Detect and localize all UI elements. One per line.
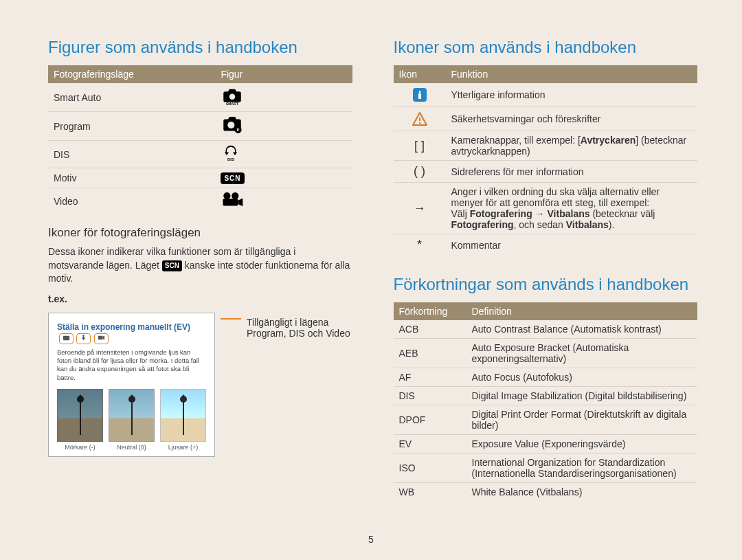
svg-rect-10 [98,335,102,339]
scn-chip-icon: SCN [162,260,182,271]
svg-rect-13 [131,401,133,435]
th-icon: Ikon [394,65,446,83]
abbr-label: AF [394,368,466,387]
icon-function: Ytterligare information [446,83,698,107]
table-row: ( ) Sidreferens för mer information [394,161,698,183]
callout-text: Tillgängligt i lägena Program, DIS och V… [247,313,352,339]
paren-icon: ( ) [394,161,446,183]
svg-rect-11 [80,401,81,435]
thumb-label: Neutral (0) [109,444,155,451]
thumb-label: Ljusare (+) [160,444,206,451]
mode-icons-paragraph: Dessa ikoner indikerar vilka funktioner … [48,245,352,286]
mode-chip-program-icon [59,333,74,344]
svg-rect-9 [63,335,69,339]
th-function: Funktion [446,65,698,83]
svg-point-2 [228,122,235,128]
example-box: Ställa in exponering manuellt (EV) Ber [48,313,215,457]
abbr-label: ISO [394,453,466,483]
th-def: Definition [466,302,698,320]
callout-line [221,318,241,320]
right-column: Ikoner som används i handboken Ikon Funk… [394,38,698,539]
video-icon [215,188,352,214]
table-row: ACBAuto Contrast Balance (Automatisk kon… [394,320,698,339]
abbr-definition: Digital Image Stabilization (Digital bil… [466,387,698,405]
camera-smart-icon: SMART [215,83,352,112]
mode-chip-dis-icon [76,333,91,344]
example-callout: Ställa in exponering manuellt (EV) Ber [48,313,352,457]
abbr-definition: Auto Focus (Autofokus) [466,368,698,387]
abbr-label: ACB [394,320,466,339]
svg-point-0 [229,94,236,100]
icon-function: Sidreferens för mer information [446,161,698,183]
mode-label: Program [48,112,215,141]
table-row: AEBAuto Exposure Bracket (Automatiska ex… [394,339,698,368]
subheading-mode-icons: Ikoner för fotograferingslägen [48,226,352,240]
table-row: Smart Auto SMART [48,83,352,112]
heading-abbreviations: Förkortningar som används i handboken [394,275,698,294]
thumb-neutral: Neutral (0) [109,389,155,451]
mode-label: Video [48,188,215,214]
info-icon [394,83,446,107]
abbr-definition: Digital Print Order Format (Direktutskri… [466,405,698,435]
table-row: * Kommentar [394,234,698,256]
table-row: AFAuto Focus (Autofokus) [394,368,698,387]
abbr-label: AEB [394,339,466,368]
svg-rect-19 [419,117,420,121]
icon-function: Kameraknappar, till exempel: [Avtryckare… [446,131,698,161]
svg-point-7 [232,192,239,199]
left-column: Figurer som används i handboken Fotograf… [48,38,352,539]
th-mode: Fotograferingsläge [48,65,215,83]
abbr-definition: Auto Contrast Balance (Automatisk kontra… [466,320,698,339]
abbr-label: DPOF [394,405,466,435]
abbr-definition: International Organization for Standardi… [466,453,698,483]
arrow-icon: → [394,183,446,234]
example-thumbs: Mörkare (-) Neutral (0) Ljusare (+) [57,389,206,451]
icon-function: Säkerhetsvarningar och föreskrifter [446,107,698,131]
table-row: DIS DIS [48,141,352,168]
mode-label: Motiv [48,168,215,188]
svg-text:DIS: DIS [227,157,234,161]
table-row: Säkerhetsvarningar och föreskrifter [394,107,698,131]
page: Figurer som används i handboken Fotograf… [0,0,742,560]
star-icon: * [394,234,446,256]
figure-table: Fotograferingsläge Figur Smart Auto SMAR… [48,65,352,214]
mode-label: DIS [48,141,215,168]
heading-icons: Ikoner som används i handboken [394,38,698,57]
icon-function: Anger i vilken ordning du ska välja alte… [446,183,698,234]
th-abbr: Förkortning [394,302,466,320]
table-row: → Anger i vilken ordning du ska välja al… [394,183,698,234]
icon-function: Kommentar [446,234,698,256]
svg-rect-8 [223,199,238,205]
warning-icon [394,107,446,131]
svg-point-6 [224,192,231,199]
svg-rect-20 [419,122,420,124]
example-desc: Beroende på intensiteten i omgivande lju… [57,348,206,382]
thumb-bright: Ljusare (+) [160,389,206,451]
table-row: DISDigital Image Stabilization (Digital … [394,387,698,405]
svg-point-18 [418,91,420,93]
thumb-label: Mörkare (-) [57,444,103,451]
abbr-label: DIS [394,387,466,405]
table-row: EVExposure Value (Exponeringsvärde) [394,435,698,453]
scn-icon: SCN [215,168,352,188]
brackets-icon: [ ] [394,131,446,161]
table-row: Ytterligare information [394,83,698,107]
svg-text:SMART: SMART [226,102,239,106]
abbreviation-table: Förkortning Definition ACBAuto Contrast … [394,302,698,501]
abbr-label: EV [394,435,466,453]
example-label: t.ex. [48,293,352,306]
table-row: [ ] Kameraknappar, till exempel: [Avtryc… [394,131,698,161]
page-number: 5 [0,534,742,545]
table-row: Motiv SCN [48,168,352,188]
thumb-dark: Mörkare (-) [57,389,103,451]
svg-rect-15 [183,401,184,435]
table-row: Program P [48,112,352,141]
mode-chip-video-icon [94,333,109,344]
abbr-definition: White Balance (Vitbalans) [466,483,698,502]
abbr-definition: Exposure Value (Exponeringsvärde) [466,435,698,453]
svg-text:P: P [237,128,240,132]
table-row: Video [48,188,352,214]
dis-icon: DIS [215,141,352,168]
icon-table: Ikon Funktion Ytterligare information Sä… [394,65,698,256]
table-row: DPOFDigital Print Order Format (Direktut… [394,405,698,435]
